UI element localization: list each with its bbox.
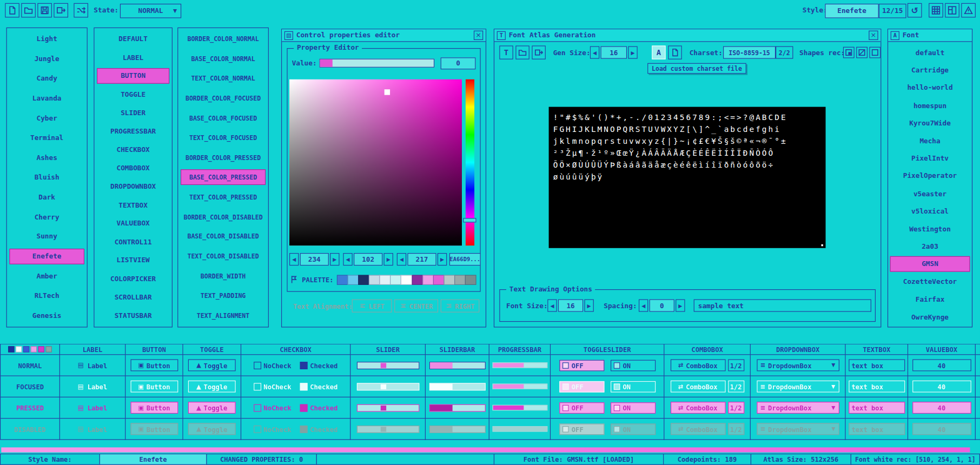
valuebox-preview[interactable]: 40	[912, 402, 971, 414]
sliderbar-preview[interactable]	[429, 362, 485, 369]
text-mode-button[interactable]: T	[499, 45, 513, 59]
control-list-item[interactable]: COLORPICKER	[97, 271, 169, 287]
checkbox-checked-preview[interactable]: Checked	[300, 404, 338, 411]
combobox-count[interactable]: 1/2	[728, 423, 744, 435]
control-list-item[interactable]: LABEL	[97, 50, 169, 65]
slider-thumb[interactable]	[380, 405, 386, 410]
green-increment-button[interactable]: ▶	[384, 253, 393, 265]
style-list-item[interactable]: Amber	[9, 269, 84, 284]
property-list-item[interactable]: BASE_COLOR_NORMAL	[181, 51, 266, 67]
panels-view-button[interactable]	[945, 3, 959, 18]
control-list-item[interactable]: CONTROL11	[97, 234, 169, 250]
control-list-item-selected[interactable]: BUTTON	[97, 68, 169, 84]
font-list-item[interactable]: default	[890, 45, 970, 61]
load-charset-button[interactable]: A	[652, 45, 665, 59]
combobox-preview[interactable]: ⇄ComboBox	[670, 381, 725, 393]
button-preview[interactable]: ▣Button	[130, 402, 178, 414]
palette-swatch[interactable]	[337, 275, 348, 284]
style-list-item[interactable]: Dark	[9, 189, 84, 205]
valuebox-preview[interactable]: 40	[912, 359, 971, 371]
toggleslider-on-preview[interactable]: ON	[610, 423, 655, 435]
control-list-item[interactable]: CHECKBOX	[97, 142, 169, 158]
font-list-item[interactable]: Mecha	[890, 133, 970, 149]
slider-preview[interactable]	[356, 404, 419, 411]
random-style-button[interactable]	[74, 3, 88, 18]
green-decrement-button[interactable]: ◀	[343, 253, 352, 265]
table-view-button[interactable]	[929, 3, 943, 18]
control-list-item[interactable]: STATUSBAR	[97, 308, 169, 324]
property-list-item[interactable]: BORDER_WIDTH	[181, 269, 266, 284]
shapes-rec-check-button[interactable]	[856, 47, 868, 58]
font-list-item[interactable]: PixelOperator	[890, 168, 970, 184]
properties-editor-titlebar[interactable]: ▤ Control properties editor ×	[282, 29, 486, 42]
palette-swatch[interactable]	[401, 275, 412, 284]
font-size-increment-button[interactable]: ▶	[584, 300, 593, 312]
checkbox-unchecked-preview[interactable]: NoCheck	[254, 362, 292, 369]
font-list-item[interactable]: CozetteVector	[890, 274, 970, 290]
gen-size-decrement-button[interactable]: ◀	[590, 46, 599, 59]
style-list-item[interactable]: Bluish	[9, 170, 84, 185]
property-list-item[interactable]: BORDER_COLOR_NORMAL	[181, 31, 266, 47]
toggleslider-on-preview[interactable]: ON	[610, 381, 655, 392]
slider-thumb[interactable]	[380, 384, 386, 389]
reload-style-button[interactable]: ↺	[908, 3, 922, 18]
palette-swatch[interactable]	[433, 275, 444, 284]
style-list-item[interactable]: Ashes	[9, 150, 84, 165]
control-list-item[interactable]: TOGGLE	[97, 87, 169, 102]
property-list-item[interactable]: TEXT_COLOR_FOCUSED	[181, 130, 266, 146]
checkbox-checked-preview[interactable]: Checked	[300, 362, 338, 369]
style-list-item[interactable]: Lavanda	[9, 90, 84, 106]
toggleslider-off-preview[interactable]: OFF	[559, 360, 604, 371]
dropdownbox-preview[interactable]: ≡DropdownBox▼	[757, 423, 839, 435]
palette-swatch[interactable]	[422, 275, 434, 284]
slider-preview[interactable]	[356, 425, 419, 433]
slider-preview[interactable]	[356, 383, 419, 390]
checkbox-checked-preview[interactable]: Checked	[300, 383, 338, 390]
palette-swatch[interactable]	[380, 275, 391, 284]
sliderbar-preview[interactable]	[429, 425, 485, 433]
palette-swatch[interactable]	[358, 275, 369, 284]
property-list-item[interactable]: TEXT_PADDING	[181, 288, 266, 304]
control-list-item[interactable]: DEFAULT	[97, 31, 169, 47]
checkbox-unchecked-preview[interactable]: NoCheck	[254, 383, 292, 390]
gen-size-box[interactable]: 16	[601, 46, 627, 59]
control-list-item[interactable]: VALUEBOX	[97, 216, 169, 231]
save-style-button[interactable]	[37, 3, 52, 18]
font-list-item[interactable]: homespun	[890, 98, 970, 114]
combobox-count[interactable]: 1/2	[728, 402, 744, 414]
new-style-button[interactable]	[5, 3, 19, 18]
load-font-button[interactable]	[515, 45, 529, 59]
font-list-item[interactable]: v5easter	[890, 186, 970, 202]
button-preview[interactable]: ▣Button	[130, 423, 178, 435]
dropdownbox-preview[interactable]: ≡DropdownBox▼	[757, 359, 839, 371]
checkbox-checked-preview[interactable]: Checked	[300, 425, 338, 433]
textbox-preview[interactable]: text box	[849, 359, 905, 371]
property-list-item[interactable]: TEXT_ALIGNMENT	[181, 308, 266, 324]
combobox-preview[interactable]: ⇄ComboBox	[670, 423, 725, 435]
style-name-box[interactable]: Enefete	[825, 4, 878, 18]
font-list-item[interactable]: Fairfax	[890, 291, 970, 307]
font-list-item[interactable]: Kyrou7Wide	[890, 115, 970, 131]
palette-swatch[interactable]	[348, 275, 359, 284]
toggleslider-off-preview[interactable]: OFF	[559, 423, 604, 435]
property-list-item[interactable]: BORDER_COLOR_PRESSED	[181, 150, 266, 165]
control-list-item[interactable]: SLIDER	[97, 105, 169, 121]
combobox-preview[interactable]: ⇄ComboBox	[670, 359, 725, 371]
red-decrement-button[interactable]: ◀	[289, 253, 299, 265]
style-list-item[interactable]: RLTech	[9, 288, 84, 304]
combobox-preview[interactable]: ⇄ComboBox	[670, 402, 725, 414]
toggleslider-on-preview[interactable]: ON	[610, 402, 655, 414]
property-list-item[interactable]: TEXT_COLOR_NORMAL	[181, 71, 266, 87]
dropdownbox-preview[interactable]: ≡DropdownBox▼	[757, 402, 839, 414]
about-button[interactable]	[961, 3, 976, 18]
combobox-count[interactable]: 1/2	[728, 359, 744, 371]
property-list-item[interactable]: BASE_COLOR_DISABLED	[181, 229, 266, 244]
font-list-item[interactable]: v5loxical	[890, 203, 970, 219]
style-list-item[interactable]: Candy	[9, 71, 84, 87]
value-slider[interactable]	[320, 59, 435, 68]
slider-thumb[interactable]	[380, 363, 386, 368]
gen-size-increment-button[interactable]: ▶	[628, 46, 637, 59]
close-button[interactable]: ×	[869, 31, 878, 40]
checkbox-unchecked-preview[interactable]: NoCheck	[254, 404, 292, 411]
blue-value-box[interactable]: 217	[407, 253, 436, 265]
